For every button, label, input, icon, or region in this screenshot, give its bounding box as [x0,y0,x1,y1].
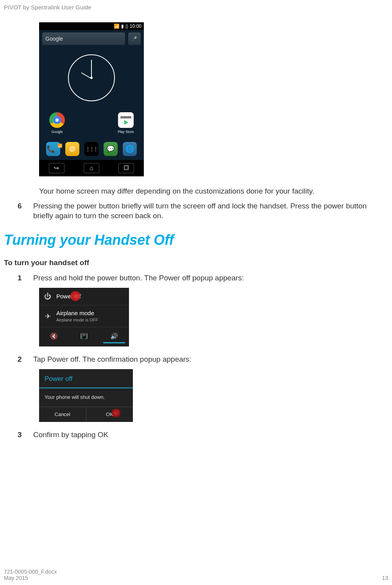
status-bar: 📶 ▮ ▯ 10:00 [39,22,144,30]
sound-mute-button[interactable]: 🔇 [43,330,65,343]
footer-date: May 2015 [4,575,57,581]
doc-header: PIVOT by Spectralink User Guide [4,4,388,11]
touch-indicator-icon [112,409,120,417]
step-1-text: Press and hold the power button. The Pow… [33,273,384,283]
section-title: Turning your Handset Off [4,231,384,250]
wifi-icon: 📶 [114,23,120,29]
status-time: 10:00 [130,23,141,29]
phone-icon [46,142,60,156]
dock-messaging[interactable] [103,142,118,156]
mail-icon [65,142,79,156]
speaker-icon: 🔊 [110,333,118,339]
app-google-label: Google [51,129,63,134]
battery-icon: ▯ [125,23,128,29]
power-icon: ⏻ [44,292,52,301]
apps-drawer-icon [84,142,98,156]
home-note-text: Your home screen may differ depending on… [39,186,384,196]
step-number-1: 1 [18,273,25,283]
browser-icon [123,142,137,156]
step-number-2: 2 [18,354,25,364]
footer-doc: 721-0005-000_F.docx [4,569,57,575]
step-6-text: Pressing the power button briefly will t… [33,201,384,221]
step-number-3: 3 [18,430,25,440]
power-menu-figure: ⏻ Power off ✈ Airplane mode Airplane mod… [39,288,129,346]
chrome-icon [49,112,65,128]
nav-recents-button[interactable] [118,163,134,173]
touch-indicator-icon [70,291,81,301]
app-playstore-label: Play Store [118,129,134,134]
nav-home-button[interactable] [84,163,99,173]
step-2-text: Tap Power off. The confirmation popup ap… [33,354,384,364]
play-store-icon [118,112,134,128]
sound-on-button[interactable]: 🔊 [103,330,125,343]
voice-search-button[interactable]: 🎤 [128,32,141,45]
dock-phone[interactable] [45,142,61,156]
cancel-button[interactable]: Cancel [39,407,86,422]
airplane-mode-label: Airplane mode [56,309,98,317]
step-3-text: Confirm by tapping OK [33,430,384,440]
airplane-mode-status: Airplane mode is OFF [56,317,98,323]
app-playstore[interactable]: Play Store [116,112,136,134]
footer-page: 13 [382,575,388,581]
dock-mail[interactable] [64,142,80,156]
step-number-6: 6 [18,201,25,221]
mute-icon: 🔇 [50,333,58,339]
messaging-icon [104,142,118,156]
home-screen-figure: 📶 ▮ ▯ 10:00 Google 🎤 Google [39,22,144,176]
dock-browser[interactable] [122,142,138,156]
confirm-message: Your phone will shut down. [39,388,133,407]
app-google[interactable]: Google [47,112,67,134]
dock-apps[interactable] [84,142,99,156]
clock-widget[interactable] [68,54,115,101]
power-off-confirm-figure: Power off Your phone will shut down. Can… [39,369,133,422]
google-search-pill[interactable]: Google [42,32,125,45]
mic-icon: 🎤 [132,36,137,42]
footer-left: 721-0005-000_F.docx May 2015 [4,569,57,581]
signal-icon: ▮ [121,23,124,29]
nav-back-button[interactable] [49,163,64,173]
vibrate-icon: 📳 [80,333,88,339]
airplane-icon: ✈ [44,312,52,321]
sound-vibrate-button[interactable]: 📳 [73,330,95,343]
ok-button[interactable]: OK [86,407,133,422]
google-search-label: Google [45,35,63,43]
power-off-row[interactable]: ⏻ Power off [39,288,129,305]
airplane-mode-row[interactable]: ✈ Airplane mode Airplane mode is OFF [39,305,129,327]
confirm-title: Power off [39,371,133,388]
section-subheading: To turn your handset off [4,258,384,268]
